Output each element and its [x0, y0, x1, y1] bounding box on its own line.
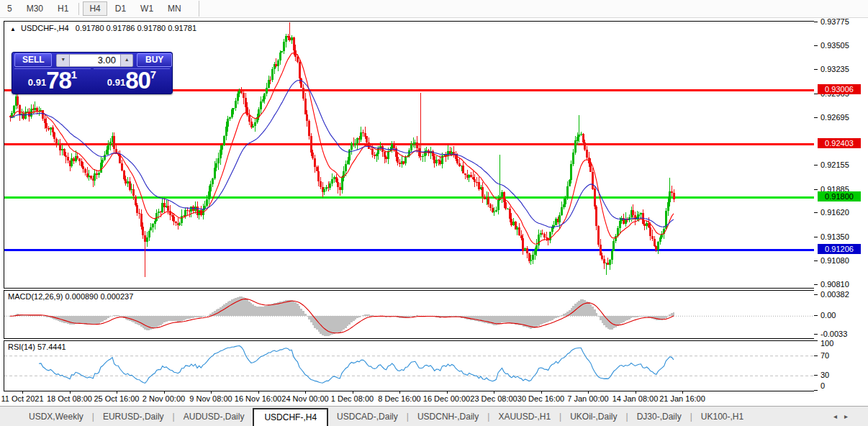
date-label: 21 Jan 16:00	[650, 394, 715, 403]
rsi-tick-label: 100	[820, 339, 833, 348]
chart-tab-bar: USDX,Weekly|EURUSD-,Daily|AUDUSD-,DailyU…	[0, 406, 868, 426]
volume-input[interactable]: 3.00	[70, 54, 120, 67]
tab-audusd-daily[interactable]: AUDUSD-,Daily	[175, 409, 253, 425]
timeframe-button-mn[interactable]: MN	[161, 1, 188, 16]
macd-label: MACD(12,26,9) 0.000890 0.000237	[8, 292, 133, 301]
chart-ohlc-values: 0.91780 0.91786 0.91780 0.91781	[76, 24, 196, 32]
tab-usdcnh-daily[interactable]: USDCNH-,Daily	[409, 409, 487, 425]
price-tick-dash	[814, 117, 818, 118]
price-tick-label: 0.93505	[820, 41, 849, 50]
one-click-trading-panel: SELL ▾ 3.00 ▴ BUY 0.91 78 1 0.91 80 7	[12, 52, 173, 94]
chart-title: ▲ USDCHF-,H4 0.91780 0.91786 0.91780 0.9…	[10, 24, 196, 32]
macd-tick-label: 0.00382	[820, 290, 849, 299]
buy-price-prefix: 0.91	[107, 77, 125, 88]
tab-ukoil-daily[interactable]: UKOil-,Daily	[561, 409, 625, 425]
price-tick-dash	[814, 45, 818, 46]
price-chart-panel[interactable]: ▲ USDCHF-,H4 0.91780 0.91786 0.91780 0.9…	[4, 21, 815, 289]
scroll-right-icon[interactable]: ▸	[844, 412, 855, 420]
rsi-panel[interactable]: RSI(14) 57.4441	[4, 340, 815, 391]
sell-button[interactable]: SELL	[14, 53, 52, 67]
date-tick-mark	[211, 391, 212, 394]
hline-price-badge: 0.91800	[818, 191, 861, 201]
price-tick-dash	[814, 237, 818, 237]
timeframe-button-h1[interactable]: H1	[51, 1, 75, 16]
price-axis[interactable]: 0.937750.935050.932350.929650.926950.921…	[814, 21, 868, 289]
macd-tick-dash	[814, 294, 818, 295]
macd-panel[interactable]: MACD(12,26,9) 0.000890 0.000237	[4, 290, 815, 339]
tab-eurusd-daily[interactable]: EURUSD-,Daily	[94, 409, 173, 425]
buy-price-main: 80	[125, 71, 150, 90]
price-tick-dash	[814, 69, 818, 70]
timeframe-button-5[interactable]: 5	[1, 1, 19, 16]
price-tick-label: 0.92695	[820, 113, 849, 122]
timeframe-button-m30[interactable]: M30	[20, 1, 50, 16]
buy-price-pip: 7	[150, 68, 156, 81]
timeframe-toolbar: 5M30H1H4D1W1MN	[0, 0, 868, 18]
price-tick-label: 0.91080	[820, 256, 849, 265]
date-tick-mark	[494, 391, 494, 394]
toolbar-separator	[199, 1, 199, 17]
tab-uk100-h1[interactable]: UK100-,H1	[692, 409, 752, 425]
down-arrow-icon: ▾	[62, 56, 65, 63]
date-tick-mark	[447, 391, 448, 394]
tab-usdcad-daily[interactable]: USDCAD-,Daily	[328, 409, 407, 425]
scroll-left-icon[interactable]: ◂	[833, 412, 844, 420]
date-tick-mark	[682, 391, 683, 394]
tab-xauusd-h1[interactable]: XAUUSD-,H1	[489, 409, 559, 425]
price-tick-dash	[814, 212, 818, 213]
tab-usdx-weekly[interactable]: USDX,Weekly	[20, 409, 92, 425]
macd-tick-label: -0.0033	[820, 330, 847, 338]
horizontal-line[interactable]	[4, 143, 814, 145]
price-tick-dash	[814, 189, 818, 190]
date-tick-mark	[258, 391, 259, 394]
sell-price-prefix: 0.91	[28, 77, 46, 88]
macd-tick-dash	[814, 315, 818, 316]
volume-increase-button[interactable]: ▴	[120, 54, 133, 67]
tab-scroll-arrows[interactable]: ◂▸	[833, 412, 855, 420]
buy-button[interactable]: BUY	[137, 53, 172, 67]
price-tick-dash	[814, 22, 818, 22]
date-tick-mark	[70, 391, 71, 394]
date-tick-mark	[399, 391, 400, 394]
tab-dj30-daily[interactable]: DJ30-,Daily	[628, 409, 690, 425]
price-tick-label: 0.93775	[820, 17, 849, 26]
macd-tick-dash	[814, 334, 818, 335]
timeframe-button-w1[interactable]: W1	[134, 1, 160, 16]
rsi-tick-dash	[814, 355, 818, 356]
price-tick-dash	[814, 260, 818, 261]
macd-axis: 0.003820.00-0.0033	[814, 290, 868, 339]
date-tick-mark	[636, 391, 636, 394]
timeframe-button-h4[interactable]: H4	[83, 1, 107, 16]
sell-price-pip: 1	[71, 68, 77, 81]
chart-symbol-label: USDCHF-,H4	[21, 24, 69, 32]
price-tick-label: 0.93235	[820, 65, 849, 73]
price-tick-dash	[814, 165, 818, 166]
date-tick-mark	[164, 391, 165, 394]
hline-price-badge: 0.93006	[818, 84, 861, 94]
horizontal-line[interactable]	[4, 249, 814, 251]
rsi-tick-dash	[814, 340, 818, 341]
sell-price-main: 78	[46, 71, 71, 90]
tab-usdchf-h4[interactable]: USDCHF-,H4	[253, 408, 328, 426]
price-tick-label: 0.90810	[820, 280, 849, 289]
date-tick-mark	[117, 391, 117, 394]
horizontal-line[interactable]	[4, 196, 814, 199]
timeframe-button-d1[interactable]: D1	[109, 1, 132, 16]
rsi-tick-label: 30	[820, 371, 829, 379]
date-tick-mark	[305, 391, 306, 394]
date-tick-mark	[541, 391, 542, 394]
date-tick-mark	[22, 391, 23, 394]
sell-price-display[interactable]: 0.91 78 1	[14, 68, 91, 91]
hline-price-badge: 0.91206	[818, 244, 861, 254]
rsi-tick-dash	[814, 390, 818, 391]
buy-price-display[interactable]: 0.91 80 7	[94, 68, 170, 91]
rsi-chart[interactable]	[4, 341, 814, 391]
date-tick-mark	[353, 391, 353, 394]
rsi-axis: 10070300	[814, 340, 868, 391]
rsi-label: RSI(14) 57.4441	[8, 343, 66, 351]
date-axis[interactable]: 11 Oct 202118 Oct 08:0025 Oct 16:002 Nov…	[4, 392, 815, 405]
rsi-tick-label: 0	[820, 381, 825, 390]
volume-decrease-button[interactable]: ▾	[56, 54, 69, 67]
macd-tick-label: 0.00	[820, 311, 836, 320]
hline-price-badge: 0.92403	[818, 138, 861, 148]
